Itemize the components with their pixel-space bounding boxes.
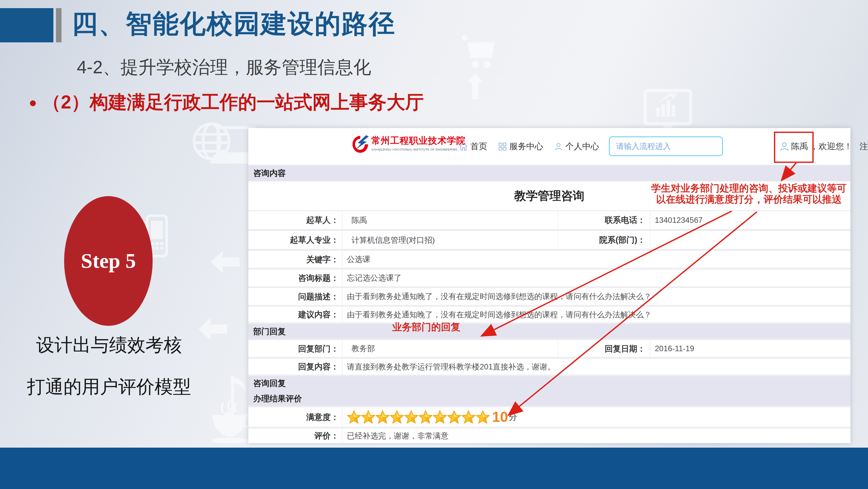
coffee-cup-icon: [212, 401, 253, 443]
cart-icon: [462, 35, 495, 68]
presentation-slide: 四、智能化校园建设的路径 4-2、提升学校治理，服务管理信息化 （2）构建满足行…: [0, 0, 868, 489]
user-welcome: ，欢迎您！: [810, 141, 852, 152]
star-icon[interactable]: [447, 410, 461, 424]
footer-bar: 常州工程职业技术学院 CHANGZHOU VOCATIONAL INSTITUT…: [0, 448, 868, 489]
satisfaction-unit: 分: [509, 411, 517, 423]
star-icon[interactable]: [433, 410, 447, 424]
caption-line: 设计出与绩效考核: [8, 333, 210, 358]
field-label: 联系电话：: [558, 211, 650, 229]
title-accent-block: [0, 8, 53, 42]
nav-item-home[interactable]: 首页: [459, 141, 487, 152]
form-row-drafter: 起草人： 陈禹 联系电话： 13401234567: [248, 211, 850, 229]
nav-label: 个人中心: [565, 141, 599, 152]
field-value: 陈禹: [342, 211, 558, 229]
field-value: 2016-11-19: [650, 344, 850, 353]
form-row-consult-title: 咨询标题： 忘记选公选课了: [248, 269, 850, 286]
field-value: 已经补选完，谢谢，非常满意: [342, 431, 850, 441]
title-accent-bar: [56, 8, 62, 42]
up-arrow-icon: [467, 73, 483, 99]
service-grid-icon: [498, 142, 507, 151]
form-row-major: 起草人专业： 计算机信息管理(对口招) 院系(部门)：: [248, 231, 850, 249]
section-label: 办理结果评价: [248, 393, 850, 404]
nav-item-personal-center[interactable]: 个人中心: [554, 141, 599, 152]
slide-title: 四、智能化校园建设的路径: [71, 6, 396, 42]
field-label: 评价：: [248, 428, 342, 443]
field-label: 关键字：: [248, 251, 342, 268]
portal-header: 常州工程职业技术学院 CHANGZHOU VOCATIONAL INSTITUT…: [248, 128, 850, 165]
field-label: 回复日期：: [558, 340, 650, 357]
field-label: 建议内容：: [248, 307, 342, 322]
form-row-evaluation: 评价： 已经补选完，谢谢，非常满意: [248, 428, 850, 443]
field-label: 院系(部门)：: [558, 231, 650, 249]
field-value: 由于看到教务处通知晚了，没有在规定时间选修到想选的课程，请问有什么办法解决么？: [342, 291, 850, 302]
portal-nav: 首页 服务中心 个人中心: [459, 128, 599, 165]
chart-monitor-icon: [645, 91, 691, 131]
slide-subtitle: 4-2、提升学校治理，服务管理信息化: [77, 55, 371, 80]
star-icon[interactable]: [347, 410, 361, 424]
portal-screenshot: 常州工程职业技术学院 CHANGZHOU VOCATIONAL INSTITUT…: [248, 128, 850, 443]
step-badge: Step 5: [64, 196, 153, 326]
user-highlight-box: [774, 132, 814, 163]
form-row-suggestion: 建议内容： 由于看到教务处通知晚了，没有在规定时间选修到想选的课程，请问有什么办…: [248, 307, 850, 322]
field-value: 请直接到教务处教学运行管理科教学楼201直接补选，谢谢。: [342, 362, 850, 372]
star-icon[interactable]: [376, 410, 390, 424]
field-label: 起草人专业：: [248, 231, 342, 249]
field-label: 咨询标题：: [248, 269, 342, 286]
field-value: 教务部: [342, 340, 558, 357]
star-icon[interactable]: [404, 410, 418, 424]
section-consult-content: 咨询内容: [248, 166, 850, 181]
home-icon: [459, 142, 468, 151]
step-caption: 设计出与绩效考核 打通的用户评价模型: [8, 333, 210, 416]
left-arrow-icon: [211, 251, 240, 273]
field-label: 回复内容：: [248, 359, 342, 375]
form-row-reply-content: 回复内容： 请直接到教务处教学运行管理科教学楼201直接补选，谢谢。: [248, 359, 850, 375]
nav-label: 服务中心: [509, 141, 543, 152]
search-icon[interactable]: [718, 141, 718, 151]
section-consult-reply: 咨询回复 办理结果评价: [248, 376, 850, 406]
field-label: 回复部门：: [248, 340, 342, 357]
search-input[interactable]: [615, 139, 718, 154]
bullet-dot: [30, 100, 36, 106]
star-icon[interactable]: [462, 410, 475, 424]
satisfaction-score: 10: [492, 410, 508, 424]
field-label: 满意度：: [248, 407, 342, 427]
field-value: 10 分: [342, 410, 850, 424]
field-value: 公选课: [342, 254, 850, 264]
caption-line: 打通的用户评价模型: [8, 375, 210, 399]
star-icon[interactable]: [418, 410, 433, 424]
section-label: 咨询回复: [248, 378, 850, 389]
field-value: 忘记选公选课了: [342, 273, 850, 283]
annotation-line: 以在线进行满意度打分，评价结果可以推送: [648, 194, 849, 205]
school-logo-icon: [352, 135, 369, 153]
field-value: 13401234567: [650, 216, 850, 225]
annotation-note: 学生对业务部门处理的咨询、投诉或建议等可 以在线进行满意度打分，评价结果可以推送: [648, 183, 849, 205]
star-icon[interactable]: [476, 410, 490, 424]
form-row-problem-desc: 问题描述： 由于看到教务处通知晚了，没有在规定时间选修到想选的课程，请问有什么办…: [248, 288, 850, 305]
section-dept-reply: 部门回复: [248, 324, 850, 339]
section-label: 部门回复: [248, 326, 850, 337]
field-value: 由于看到教务处通知晚了，没有在规定时间选修到想选的课程，请问有什么办法解决么？: [342, 310, 850, 320]
search-box: [609, 137, 723, 156]
globe-icon: [194, 124, 229, 159]
star-icon[interactable]: [390, 410, 404, 424]
star-rating[interactable]: [347, 410, 490, 424]
annotation-reply-note: 业务部门的回复: [392, 321, 461, 334]
bullet-text: （2）构建满足行政工作的一站式网上事务大厅: [42, 90, 424, 115]
section-label: 咨询内容: [248, 168, 850, 178]
star-icon[interactable]: [361, 410, 375, 424]
portal-logo: 常州工程职业技术学院 CHANGZHOU VOCATIONAL INSTITUT…: [352, 135, 466, 153]
form-row-satisfaction: 满意度：: [248, 407, 850, 427]
field-value: 计算机信息管理(对口招): [342, 231, 558, 249]
nav-label: 首页: [470, 141, 487, 152]
form-row-reply-dept: 回复部门： 教务部 回复日期： 2016-11-19: [248, 340, 850, 357]
nav-item-service-center[interactable]: 服务中心: [498, 141, 543, 152]
field-label: 起草人：: [248, 211, 342, 229]
step-label: Step 5: [81, 249, 136, 273]
logout-link[interactable]: 注销: [860, 141, 868, 152]
field-label: 问题描述：: [248, 288, 342, 305]
music-note-icon: [224, 376, 245, 421]
annotation-line: 学生对业务部门处理的咨询、投诉或建议等可: [648, 183, 849, 194]
school-name-cn: 常州工程职业技术学院: [371, 135, 466, 147]
form-row-keyword: 关键字： 公选课: [248, 251, 850, 268]
person-icon: [554, 142, 563, 151]
